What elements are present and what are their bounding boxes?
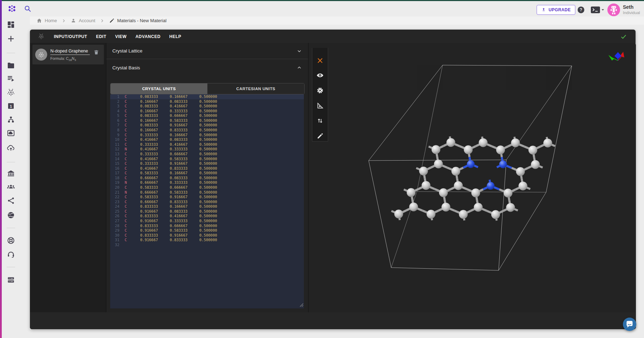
svg-text:1: 1 xyxy=(10,104,12,108)
atom-C xyxy=(464,145,473,154)
delete-material-icon[interactable] xyxy=(93,49,99,55)
atom-C xyxy=(519,182,527,190)
basis-line: 20C0.5833330.6666670.500000 xyxy=(110,185,304,190)
menu-item-3[interactable]: ADVANCED xyxy=(136,34,161,39)
crystal-lattice-title: Crystal Lattice xyxy=(112,48,143,54)
app-logo-icon[interactable] xyxy=(8,4,16,13)
atom-C xyxy=(479,138,488,147)
sidebar-item-hierarchy[interactable] xyxy=(7,115,15,124)
tab-crystal-units[interactable]: CRYSTAL UNITS xyxy=(111,83,207,94)
help-icon[interactable]: ? xyxy=(577,6,585,14)
sidebar-item-bank[interactable] xyxy=(7,169,15,177)
crystal-lattice-header[interactable]: Crystal Lattice xyxy=(106,43,308,59)
editor-panel: Crystal Lattice Crystal Basis CRYSTAL UN… xyxy=(106,43,308,312)
breadcrumb-item-1[interactable]: Account xyxy=(70,18,95,24)
crystal-basis-header[interactable]: Crystal Basis xyxy=(106,60,308,76)
breadcrumb-item-2[interactable]: Materials - New Material xyxy=(109,18,167,24)
sidebar-item-gallery[interactable] xyxy=(7,129,15,137)
viewer-eye-icon[interactable] xyxy=(316,71,324,79)
console-dropdown[interactable] xyxy=(590,6,605,14)
app-root: UPGRADE ? Seth Individual 1 HomeAccountM… xyxy=(0,0,644,338)
materials-menu-icon xyxy=(38,33,45,40)
sidebar-item-plus[interactable] xyxy=(7,35,15,43)
person-icon xyxy=(70,18,76,24)
material-list-item[interactable]: N-doped Graphene Formula: C28N3 xyxy=(32,45,104,64)
sidebar-item-unit-one[interactable]: 1 xyxy=(7,102,15,110)
viewer-pencil-icon[interactable] xyxy=(316,132,324,140)
basis-line: 4C0.1666670.3333330.500000 xyxy=(110,109,304,114)
sidebar-item-materials-dots[interactable] xyxy=(7,88,15,96)
user-name: Seth xyxy=(623,4,633,10)
units-tabs: CRYSTAL UNITSCARTESIAN UNITS xyxy=(110,83,305,94)
viewer-gear-icon[interactable] xyxy=(316,87,324,94)
sidebar-divider xyxy=(7,162,15,162)
atom-C xyxy=(491,210,500,219)
breadcrumb-label: Account xyxy=(79,18,95,23)
basis-line: 30C0.8333330.9166670.500000 xyxy=(110,233,304,238)
sidebar-item-cloud-upload[interactable] xyxy=(7,144,15,152)
chat-widget-button[interactable] xyxy=(623,318,636,331)
sidebar-divider xyxy=(7,228,15,228)
sidebar-divider xyxy=(7,267,15,267)
menu-item-4[interactable]: HELP xyxy=(169,34,181,39)
resize-grip-icon[interactable] xyxy=(299,302,304,307)
upgrade-label: UPGRADE xyxy=(549,7,571,12)
atom-C xyxy=(446,138,455,147)
upgrade-button[interactable]: UPGRADE xyxy=(537,5,575,15)
atom-C xyxy=(394,209,403,218)
basis-line: 18C0.6666670.0833330.500000 xyxy=(110,176,304,181)
basis-line: 1C0.0833330.1666670.500000 xyxy=(110,94,304,99)
sidebar-item-help-wheel[interactable] xyxy=(7,236,15,245)
sidebar-item-folder[interactable] xyxy=(7,61,15,70)
basis-line: 28C0.8333330.6666670.500000 xyxy=(110,224,304,229)
atom-C xyxy=(529,146,537,155)
sidebar-item-team[interactable] xyxy=(7,183,15,191)
material-name-field[interactable]: N-doped Graphene xyxy=(50,49,90,55)
breadcrumb-label: Home xyxy=(45,18,57,23)
sidebar-item-share[interactable] xyxy=(7,196,15,205)
material-dots-icon xyxy=(37,51,45,58)
viewer-updown-icon[interactable] xyxy=(316,117,324,125)
sidebar-item-globe[interactable] xyxy=(7,211,15,219)
formula-label: Formula: xyxy=(50,56,66,61)
save-check-icon[interactable] xyxy=(620,33,627,40)
search-icon[interactable] xyxy=(24,5,32,13)
atom-C xyxy=(459,210,468,219)
breadcrumb-label: Materials - New Material xyxy=(117,18,167,23)
avatar[interactable] xyxy=(607,4,620,16)
top-bar: UPGRADE ? Seth Individual xyxy=(2,1,644,17)
tab-cartesian-units[interactable]: CARTESIAN UNITS xyxy=(207,83,304,94)
breadcrumb-item-0[interactable]: Home xyxy=(36,18,57,24)
menu-item-1[interactable]: EDIT xyxy=(96,34,106,39)
menu-item-0[interactable]: INPUT/OUTPUT xyxy=(54,34,87,39)
basis-line: 8C0.1666670.8333330.500000 xyxy=(110,128,304,133)
menu-item-2[interactable]: VIEW xyxy=(115,34,127,39)
basis-line: 21N0.6666670.5833330.500000 xyxy=(110,190,304,195)
viewer-measure-icon[interactable] xyxy=(316,102,324,109)
sidebar-item-support[interactable] xyxy=(7,250,15,258)
basis-line: 17C0.5833330.1666670.500000 xyxy=(110,171,304,176)
basis-line: 7C0.0833330.9166670.500000 xyxy=(110,123,304,128)
sidebar-item-list-run[interactable] xyxy=(7,74,15,83)
atom-C xyxy=(407,188,415,197)
upload-icon xyxy=(541,7,546,12)
basis-code-editor[interactable]: 1C0.0833330.1666670.5000002C0.1666670.08… xyxy=(110,94,304,308)
menu-bar: INPUT/OUTPUTEDITVIEWADVANCEDHELP xyxy=(30,30,636,43)
sidebar-item-dashboard[interactable] xyxy=(7,20,15,29)
home-icon xyxy=(36,18,42,24)
axes-gizmo xyxy=(608,52,624,61)
basis-line: 10C0.4166670.0833330.500000 xyxy=(110,137,304,142)
pencil-icon xyxy=(109,18,115,24)
caret-down-icon xyxy=(601,8,605,12)
breadcrumb: HomeAccountMaterials - New Material xyxy=(30,17,644,25)
viewer-3d xyxy=(308,43,636,329)
viewer-close-icon[interactable] xyxy=(316,57,324,64)
atom-C xyxy=(432,145,440,154)
crystal-viewport[interactable] xyxy=(308,43,636,329)
sidebar-item-storage[interactable] xyxy=(7,276,15,284)
basis-line: 15C0.3333330.9166670.500000 xyxy=(110,161,304,166)
basis-line: 16C0.4166670.8333330.500000 xyxy=(110,166,304,171)
basis-line: 27C0.9166670.3333330.500000 xyxy=(110,219,304,224)
menu-items: INPUT/OUTPUTEDITVIEWADVANCEDHELP xyxy=(54,33,190,39)
atom-C xyxy=(421,181,430,190)
